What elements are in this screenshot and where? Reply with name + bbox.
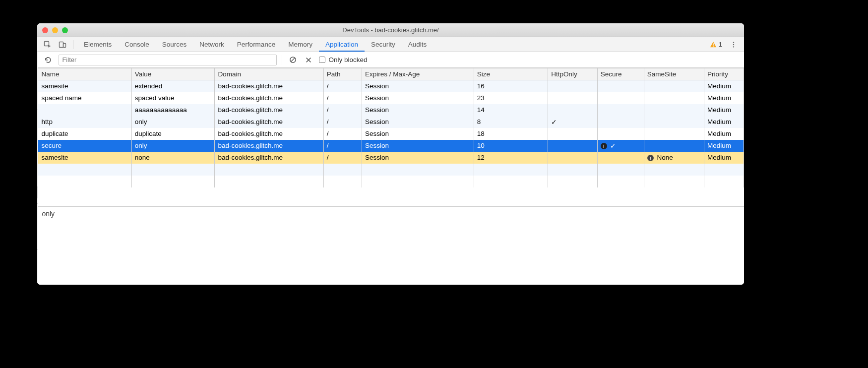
cell-expires: Session bbox=[362, 152, 474, 164]
cell-value: aaaaaaaaaaaaaa bbox=[131, 104, 215, 116]
cell-priority: Medium bbox=[704, 80, 744, 92]
cell-size: 23 bbox=[474, 92, 548, 104]
clear-all-icon[interactable] bbox=[287, 55, 298, 65]
cell-size: 18 bbox=[474, 128, 548, 140]
cell-expires: Session bbox=[362, 116, 474, 128]
col-expires-max-age[interactable]: Expires / Max-Age bbox=[362, 68, 474, 80]
cell-httponly bbox=[548, 128, 597, 140]
zoom-window-button[interactable] bbox=[62, 27, 68, 33]
cell-samesite bbox=[644, 80, 704, 92]
delete-selected-icon[interactable] bbox=[303, 55, 314, 65]
tab-network[interactable]: Network bbox=[193, 37, 231, 52]
col-name[interactable]: Name bbox=[38, 68, 131, 80]
table-row[interactable]: secureonlybad-cookies.glitch.me/Session1… bbox=[38, 140, 744, 152]
cell-empty bbox=[131, 176, 215, 187]
device-toolbar-icon[interactable] bbox=[56, 38, 69, 51]
only-blocked-input[interactable] bbox=[319, 57, 325, 63]
cookies-toolbar: Only blocked bbox=[38, 52, 744, 68]
svg-point-5 bbox=[733, 42, 734, 43]
col-value[interactable]: Value bbox=[131, 68, 215, 80]
col-size[interactable]: Size bbox=[474, 68, 548, 80]
info-icon: i bbox=[601, 143, 607, 149]
cell-secure bbox=[597, 92, 644, 104]
only-blocked-checkbox[interactable]: Only blocked bbox=[319, 56, 367, 63]
cell-empty bbox=[704, 164, 744, 176]
cell-empty bbox=[362, 176, 474, 187]
cell-httponly bbox=[548, 80, 597, 92]
more-options-icon[interactable] bbox=[727, 38, 740, 51]
cell-path: / bbox=[323, 104, 362, 116]
svg-point-6 bbox=[733, 44, 734, 45]
cell-httponly bbox=[548, 104, 597, 116]
cookies-table: NameValueDomainPathExpires / Max-AgeSize… bbox=[38, 68, 744, 187]
cell-empty bbox=[597, 164, 644, 176]
cell-secure bbox=[597, 128, 644, 140]
cell-domain: bad-cookies.glitch.me bbox=[215, 104, 323, 116]
cell-secure bbox=[597, 116, 644, 128]
cell-empty bbox=[644, 176, 704, 187]
filter-input[interactable] bbox=[59, 55, 277, 65]
cell-size: 14 bbox=[474, 104, 548, 116]
table-row[interactable]: httponlybad-cookies.glitch.me/Session8✓M… bbox=[38, 116, 744, 128]
cookies-table-container[interactable]: NameValueDomainPathExpires / Max-AgeSize… bbox=[38, 68, 744, 206]
svg-point-7 bbox=[733, 46, 734, 47]
table-row[interactable]: samesitenonebad-cookies.glitch.me/Sessio… bbox=[38, 152, 744, 164]
col-samesite[interactable]: SameSite bbox=[644, 68, 704, 80]
cell-secure: i ✓ bbox=[597, 140, 644, 152]
cell-httponly: ✓ bbox=[548, 116, 597, 128]
svg-rect-4 bbox=[713, 46, 713, 46]
cell-value: duplicate bbox=[131, 128, 215, 140]
tab-elements[interactable]: Elements bbox=[77, 37, 118, 52]
cell-expires: Session bbox=[362, 140, 474, 152]
table-row[interactable]: samesiteextendedbad-cookies.glitch.me/Se… bbox=[38, 80, 744, 92]
table-row[interactable]: duplicateduplicatebad-cookies.glitch.me/… bbox=[38, 128, 744, 140]
cell-empty bbox=[215, 176, 323, 187]
cell-size: 10 bbox=[474, 140, 548, 152]
table-row-empty[interactable] bbox=[38, 164, 744, 176]
table-row[interactable]: spaced namespaced valuebad-cookies.glitc… bbox=[38, 92, 744, 104]
cell-name: samesite bbox=[38, 152, 131, 164]
tab-performance[interactable]: Performance bbox=[231, 37, 282, 52]
warnings-badge[interactable]: 1 bbox=[710, 41, 722, 48]
col-httponly[interactable]: HttpOnly bbox=[548, 68, 597, 80]
minimize-window-button[interactable] bbox=[52, 27, 58, 33]
cell-priority: Medium bbox=[704, 128, 744, 140]
separator bbox=[73, 40, 73, 49]
cell-expires: Session bbox=[362, 104, 474, 116]
cell-empty bbox=[644, 164, 704, 176]
cell-domain: bad-cookies.glitch.me bbox=[215, 140, 323, 152]
inspect-element-icon[interactable] bbox=[41, 38, 54, 51]
svg-rect-3 bbox=[713, 43, 713, 45]
tab-console[interactable]: Console bbox=[118, 37, 156, 52]
tab-application[interactable]: Application bbox=[319, 37, 365, 52]
tab-sources[interactable]: Sources bbox=[156, 37, 193, 52]
close-window-button[interactable] bbox=[42, 27, 48, 33]
refresh-icon[interactable] bbox=[43, 55, 54, 65]
tab-security[interactable]: Security bbox=[365, 37, 402, 52]
col-priority[interactable]: Priority bbox=[704, 68, 744, 80]
cell-empty bbox=[474, 164, 548, 176]
cell-empty bbox=[548, 164, 597, 176]
cell-value: extended bbox=[131, 80, 215, 92]
content-area: ApplicationManifestService WorkersClear … bbox=[37, 52, 744, 285]
cell-empty bbox=[323, 164, 362, 176]
cell-samesite: i None bbox=[644, 152, 704, 164]
tab-audits[interactable]: Audits bbox=[402, 37, 434, 52]
cell-value: spaced value bbox=[131, 92, 215, 104]
cell-value: only bbox=[131, 140, 215, 152]
cookies-panel: Only blocked NameValueDomainPathExpires … bbox=[38, 52, 744, 285]
table-row-empty[interactable] bbox=[38, 176, 744, 187]
cell-domain: bad-cookies.glitch.me bbox=[215, 128, 323, 140]
warnings-count: 1 bbox=[719, 41, 722, 48]
cell-samesite bbox=[644, 140, 704, 152]
table-row[interactable]: aaaaaaaaaaaaaabad-cookies.glitch.me/Sess… bbox=[38, 104, 744, 116]
col-domain[interactable]: Domain bbox=[215, 68, 323, 80]
cell-empty bbox=[38, 176, 131, 187]
cell-empty bbox=[474, 176, 548, 187]
col-secure[interactable]: Secure bbox=[597, 68, 644, 80]
col-path[interactable]: Path bbox=[323, 68, 362, 80]
window-titlebar: DevTools - bad-cookies.glitch.me/ bbox=[37, 23, 744, 37]
traffic-lights bbox=[37, 27, 68, 33]
svg-rect-2 bbox=[63, 43, 66, 47]
tab-memory[interactable]: Memory bbox=[282, 37, 319, 52]
